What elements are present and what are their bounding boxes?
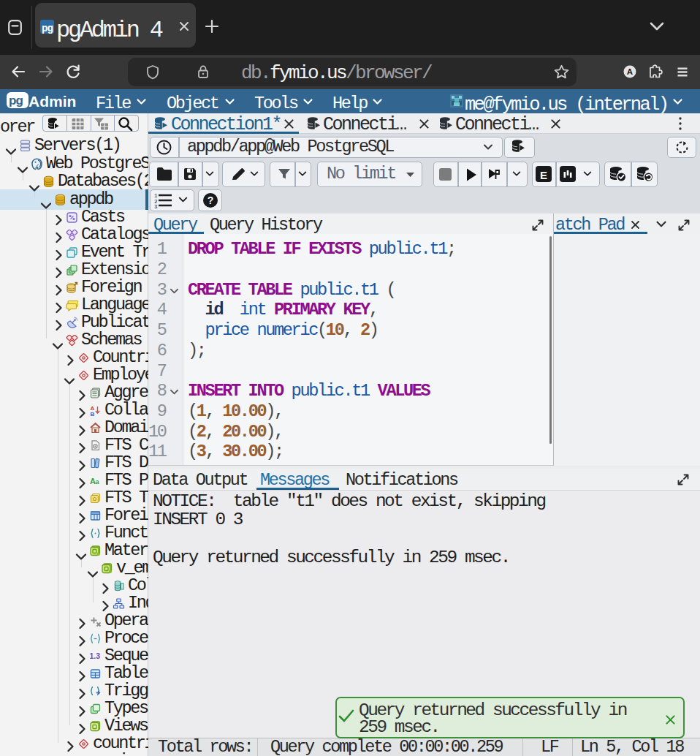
svg-text:B: B <box>91 410 95 417</box>
svg-text:a: a <box>96 477 100 485</box>
svg-text:A: A <box>627 67 633 76</box>
svg-text:3: 3 <box>154 204 158 208</box>
svg-text:1.3: 1.3 <box>90 651 101 660</box>
svg-text:?: ? <box>208 194 214 206</box>
